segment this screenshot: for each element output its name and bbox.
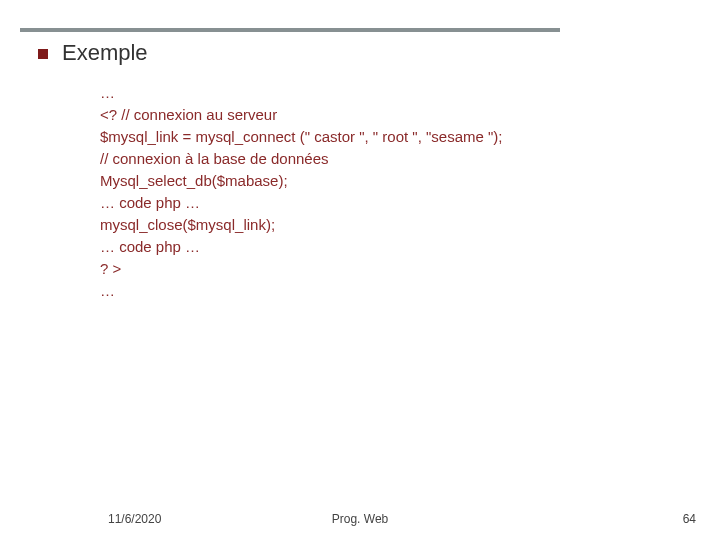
code-line: mysql_close($mysql_link); [100, 214, 690, 236]
code-line: … code php … [100, 236, 690, 258]
bullet-icon [38, 49, 48, 59]
slide: Exemple … <? // connexion au serveur $my… [0, 0, 720, 540]
footer: 11/6/2020 Prog. Web 64 [0, 506, 720, 526]
code-line: // connexion à la base de données [100, 148, 690, 170]
header-rule [20, 28, 560, 32]
slide-title: Exemple [62, 40, 148, 66]
code-line: <? // connexion au serveur [100, 104, 690, 126]
footer-title: Prog. Web [0, 512, 720, 526]
code-line: … [100, 82, 690, 104]
code-line: … code php … [100, 192, 690, 214]
code-line: $mysql_link = mysql_connect (" castor ",… [100, 126, 690, 148]
code-line: … [100, 280, 690, 302]
code-line: ? > [100, 258, 690, 280]
code-line: Mysql_select_db($mabase); [100, 170, 690, 192]
code-block: … <? // connexion au serveur $mysql_link… [100, 82, 690, 302]
footer-page-number: 64 [683, 512, 696, 526]
title-row: Exemple [38, 40, 148, 66]
